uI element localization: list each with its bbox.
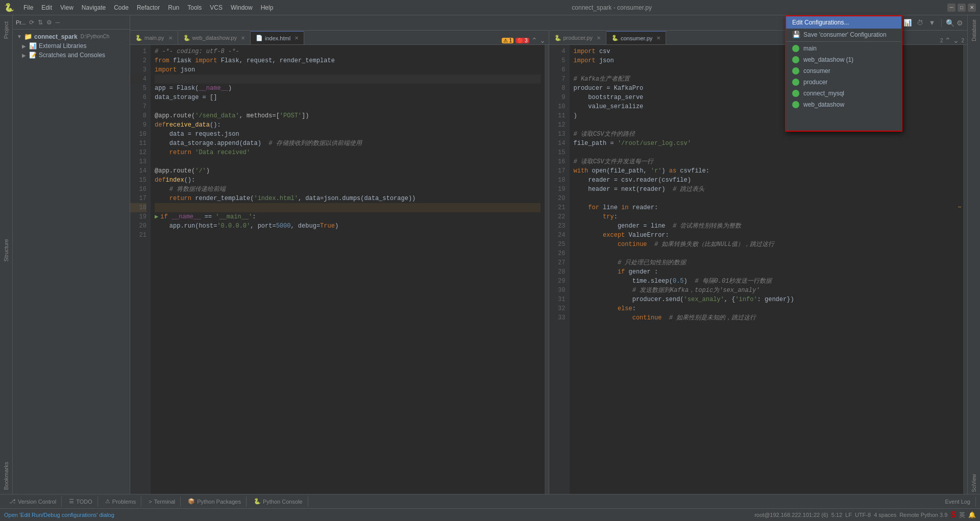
config-producer-item[interactable]: producer [786,77,901,88]
project-path: D:\PythonCh [81,34,110,39]
project-panel-icons: ⟳ ⇅ ⚙ ─ [28,18,61,27]
todo-tab[interactable]: ☰ TODO [64,496,98,507]
error-count: 🔴 3 [516,38,529,43]
config-main-item[interactable]: main [786,43,901,54]
menu-navigate[interactable]: Navigate [79,3,109,12]
python-packages-tab[interactable]: 📦 Python Packages [183,496,247,507]
config-color-dot [792,45,799,52]
project-name: connect_spark [34,33,78,40]
config-web-datashow2-item[interactable]: web_datashow [786,99,901,110]
menu-help[interactable]: Help [258,3,277,12]
vertical-scrollbar[interactable] [545,45,549,494]
right-code-editor[interactable]: 45678 910111213 1415161718 1920212223 24… [549,45,968,494]
todo-label: TODO [76,499,92,505]
tab-close-icon[interactable]: ✕ [295,35,299,41]
right-expand-icon[interactable]: ⌃ [945,36,951,44]
python-console-tab[interactable]: 🐍 Python Console [249,496,308,507]
tab-close-icon[interactable]: ✕ [656,35,660,41]
minimize-panel-icon[interactable]: ─ [55,18,61,27]
project-tab[interactable]: Project [1,17,11,43]
project-panel-header: Pr... ⟳ ⇅ ⚙ ─ [13,15,130,30]
edit-configurations-item[interactable]: Edit Configurations... [786,16,901,29]
maximize-button[interactable]: □ [958,4,966,12]
gear-icon[interactable]: ⚙ [45,18,53,27]
sync-icon[interactable]: ⟳ [28,18,35,27]
python-packages-label: Python Packages [197,499,241,505]
right-vertical-scrollbar[interactable] [963,45,967,494]
config-web-datashow-item[interactable]: web_datashow (1) [786,54,901,65]
tab-label: producer.py [564,35,593,41]
right-editor-pane: 🐍 producer.py ✕ 🐍 consumer.py ✕ 2 ⌃ [549,31,968,494]
left-code-editor[interactable]: 1234 5678910 1112131415 161718 192021 # … [130,45,549,494]
tree-item-external-libraries[interactable]: ▶ 📊 External Libraries [13,41,130,51]
expand-icon[interactable]: ⌃ [531,36,537,44]
search-icon[interactable]: 🔍 [946,19,954,27]
problems-tab[interactable]: ⚠ Problems [100,496,141,507]
tab-index-html[interactable]: 📄 index.html ✕ [251,31,304,44]
profile-button[interactable]: ⏱ [915,18,925,28]
right-tab-bar: 🐍 producer.py ✕ 🐍 consumer.py ✕ 2 ⌃ [549,31,968,45]
interpreter[interactable]: Remote Python 3.9 [899,512,947,518]
line-separator[interactable]: LF [845,512,852,518]
event-log-tab[interactable]: Event Log [940,497,976,507]
close-button[interactable]: ✕ [968,4,976,12]
save-configuration-item[interactable]: 💾 Save 'consumer' Configuration [786,29,901,40]
edit-configurations-label: Edit Configurations... [792,19,849,26]
menu-file[interactable]: File [20,3,36,12]
database-tab[interactable]: Database [969,17,979,43]
config-web-datashow2-label: web_datashow [803,101,844,108]
config-color-dot [792,90,799,97]
save-icon: 💾 [792,31,800,38]
project-panel: Pr... ⟳ ⇅ ⚙ ─ ▼ 📁 connect_spark D:\Pytho… [13,15,130,494]
menu-code[interactable]: Code [111,3,132,12]
sciview-tab[interactable]: SciView [969,472,979,494]
more-run-options[interactable]: ▼ [927,18,937,28]
menu-run[interactable]: Run [165,3,182,12]
menu-tools[interactable]: Tools [184,3,205,12]
right-more-icon[interactable]: ⌄ [953,36,959,44]
window-title: connect_spark - consumer.py [276,4,947,11]
config-web-datashow-label: web_datashow (1) [803,56,853,63]
lang-indicator: 英 [959,511,965,519]
indent-settings[interactable]: 4 spaces [874,512,896,518]
code-content[interactable]: # -*- coding: utf-8 -*- from flask impor… [151,45,545,494]
more-tabs-icon[interactable]: ⌄ [540,36,546,44]
menu-edit[interactable]: Edit [38,3,55,12]
tab-close-icon[interactable]: ✕ [168,35,173,41]
settings-icon[interactable]: ⚙ [957,19,963,27]
config-connect-mysql-item[interactable]: connect_mysql [786,88,901,99]
tab-producer-py[interactable]: 🐍 producer.py ✕ [549,31,606,44]
version-control-tab[interactable]: ⎇ Version Control [4,496,62,507]
tab-close-icon[interactable]: ✕ [597,35,601,41]
run-with-coverage-button[interactable]: 📊 [902,18,913,28]
bookmarks-tab[interactable]: Bookmarks [1,458,11,494]
console-icon: 🐍 [254,498,261,505]
tab-consumer-py[interactable]: 🐍 consumer.py ✕ [606,31,666,44]
terminal-tab[interactable]: > Terminal [143,497,181,507]
git-status[interactable]: root@192.168.222.101:22 (6) [754,512,828,518]
collapse-icon[interactable]: ⇅ [37,18,44,27]
status-message[interactable]: Open 'Edit Run/Debug configurations' dia… [4,512,114,518]
libraries-icon: 📊 [29,42,37,49]
project-root-item[interactable]: ▼ 📁 connect_spark D:\PythonCh [13,32,130,41]
left-sidebar: Project Structure Bookmarks [0,15,13,494]
left-editor-pane: 🐍 main.py ✕ 🐍 web_datashow.py ✕ 📄 index.… [130,31,549,494]
right-counter-1: 2 [940,38,943,43]
todo-icon: ☰ [69,498,74,505]
right-code-content[interactable]: import csv import json # Kafka生产者配置 prod… [570,45,964,494]
menu-refactor[interactable]: Refactor [134,3,163,12]
menu-view[interactable]: View [57,3,77,12]
menu-vcs[interactable]: VCS [207,3,226,12]
config-consumer-item[interactable]: consumer [786,65,901,77]
packages-icon: 📦 [188,498,195,505]
right-counter-2: 2 [961,38,964,43]
minimize-button[interactable]: ─ [947,4,955,12]
tab-main-py[interactable]: 🐍 main.py ✕ [130,31,178,44]
structure-tab[interactable]: Structure [1,235,11,266]
encoding[interactable]: UTF-8 [855,512,871,518]
menu-window[interactable]: Window [228,3,256,12]
tree-item-scratches[interactable]: ▶ 📝 Scratches and Consoles [13,51,130,60]
tab-web-datashow-py[interactable]: 🐍 web_datashow.py ✕ [178,31,251,44]
project-label: Pr... [16,19,26,26]
tab-close-icon[interactable]: ✕ [241,35,245,41]
